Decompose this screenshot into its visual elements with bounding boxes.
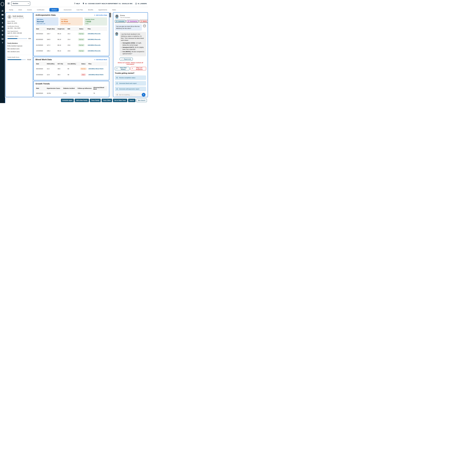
add-new-family-button[interactable]: Add a New Family bbox=[75, 99, 89, 102]
schedule-appts-button[interactable]: Schedule Appts bbox=[61, 99, 74, 102]
bmi-card-label: BMI Status bbox=[37, 19, 57, 20]
add-anthro-button[interactable]: + Add Anthro Data bbox=[94, 14, 107, 16]
analytics-icon[interactable] bbox=[1, 37, 4, 40]
summary-chart-icon bbox=[128, 21, 129, 22]
health-score-progress-bar bbox=[8, 59, 26, 60]
schedule-button[interactable]: Schedule bbox=[115, 20, 126, 23]
ai-disclaimer: Emma isn’t perfect. Always recheck all i… bbox=[115, 62, 146, 65]
add-blood-work-button[interactable]: + Add Blood Work bbox=[94, 59, 107, 60]
growth-table-header: DateHypertension Cases Diabetes Incident… bbox=[35, 86, 107, 91]
search-button[interactable]: Search bbox=[128, 99, 136, 102]
blood-file-link[interactable]: 100158912-Blood Work bbox=[88, 68, 103, 69]
paperclip-icon bbox=[116, 94, 118, 96]
blood-title: Blood Work Data bbox=[35, 58, 52, 61]
tab-notes[interactable]: Notes bbox=[112, 8, 116, 11]
cart-icon[interactable] bbox=[1, 17, 4, 20]
tab-care-plan[interactable]: Care Plan bbox=[76, 8, 83, 11]
plus-icon: + bbox=[94, 59, 95, 60]
chevron-down-icon: ▼ bbox=[28, 3, 29, 4]
menu-icon[interactable] bbox=[8, 3, 10, 4]
nutrition-card-sub: Good bbox=[85, 23, 106, 24]
clinic-location[interactable]: 02 - COCHISE COUNTY HEALTH DEPARTMENT / … bbox=[82, 3, 133, 4]
next-appointment-field: Next Appointment April 15, 2023, 9:00 AM bbox=[8, 30, 31, 34]
send-button[interactable] bbox=[142, 93, 145, 97]
records-file-link[interactable]: 100158912-Records bbox=[88, 44, 101, 46]
dob-label: Date of Birth bbox=[8, 21, 31, 22]
iron-status-card: Iron Status At Risk HGB below target bbox=[60, 17, 83, 26]
tools-icon[interactable] bbox=[1, 30, 4, 32]
generate-anthro-report-suggestion[interactable]: Generate anthropometric report bbox=[115, 87, 146, 91]
bmi-card-sub: Risk Level: Low bbox=[37, 23, 57, 24]
bmi-card-value: Normal bbox=[37, 20, 57, 23]
client-name: Scott Jacobson bbox=[13, 15, 24, 17]
suggestion-label: Generate blood work report bbox=[119, 83, 137, 84]
iron-card-value: At Risk bbox=[61, 20, 81, 23]
user-icon bbox=[135, 3, 137, 4]
question-icon: ? bbox=[74, 2, 75, 5]
completion-status-field: Completion Status 50% bbox=[8, 35, 31, 39]
tab-appointments[interactable]: Appointments bbox=[98, 8, 107, 11]
help-button[interactable]: ? HELP bbox=[74, 2, 80, 5]
generate-blood-report-suggestion[interactable]: Generate blood work report bbox=[115, 81, 146, 86]
add-anthro-label: Add Anthro Data bbox=[96, 14, 107, 16]
completion-status-label: Completion Status bbox=[8, 35, 31, 37]
section-dropdown-value: Section bbox=[13, 3, 18, 4]
rail-nav: $ ⚙ ? bbox=[0, 9, 5, 44]
tab-income[interactable]: Income bbox=[27, 8, 32, 11]
records-file-link[interactable]: 100158912-Records bbox=[88, 33, 101, 35]
next-appointment-value: April 15, 2023, 9:00 AM bbox=[8, 32, 31, 34]
anthro-table-header: DateWeight (lbs) Height (in)BMI StatusFi… bbox=[35, 27, 107, 31]
user-avatar bbox=[143, 24, 146, 27]
trans-family-button[interactable]: Trans Family bbox=[90, 99, 101, 102]
help-icon[interactable]: ? bbox=[1, 42, 4, 44]
family-member: Alex Jacobson (son) bbox=[8, 51, 31, 52]
assistant-response-intro: I see that Scott Jacobson’s Iron Deficie… bbox=[121, 33, 144, 41]
tab-client[interactable]: Client bbox=[18, 8, 22, 11]
location-pin-icon bbox=[82, 3, 84, 4]
tab-certification[interactable]: Certification bbox=[37, 8, 45, 11]
tab-benefits[interactable]: Benefits bbox=[88, 8, 94, 11]
iron-card-sub: HGB below target bbox=[61, 23, 81, 24]
gear-icon[interactable]: ⚙ bbox=[1, 34, 4, 36]
view-chat-history-button[interactable]: View Chat History bbox=[115, 67, 129, 70]
calendar-icon[interactable] bbox=[1, 14, 4, 16]
client-summary-panel: Scott Jacobson Family ID: 24031149 Date … bbox=[5, 12, 33, 97]
tab-medical[interactable]: Medical bbox=[49, 8, 59, 11]
next-appointment-label: Next Appointment bbox=[8, 30, 31, 32]
review-completion-suggestion[interactable]: Review completion status bbox=[115, 76, 146, 80]
dollar-icon[interactable]: $ bbox=[1, 22, 4, 24]
ai-assistant-panel: Emma Your AI Assistant Schedule Summariz… bbox=[113, 12, 148, 97]
tab-assessment[interactable]: Assessment bbox=[63, 8, 72, 11]
ask-me-anything-input[interactable] bbox=[119, 94, 141, 95]
topbar-right: ? HELP 02 - COCHISE COUNTY HEALTH DEPART… bbox=[74, 0, 147, 7]
anthro-title: Anthropometric Data bbox=[35, 14, 56, 16]
records-file-link[interactable]: 100158912-Records bbox=[88, 39, 101, 40]
out-of-state-trans-button[interactable]: Out of State Trans bbox=[113, 99, 127, 102]
lock-icon[interactable] bbox=[1, 26, 4, 28]
user-name-label: M. LANDERS bbox=[138, 3, 147, 4]
cert-period-value: Jan 2021 - Dec 2023 bbox=[8, 27, 31, 29]
nutrition-card-label: Nutrition Score bbox=[85, 19, 106, 20]
summarize-button[interactable]: Summarize bbox=[127, 20, 138, 23]
trouble-heading: Trouble getting started? bbox=[115, 72, 146, 74]
client-avatar bbox=[8, 15, 11, 19]
regenerate-button[interactable]: Regenerate bbox=[119, 57, 133, 61]
users-icon[interactable] bbox=[1, 9, 4, 12]
nutrition-score-card: Nutrition Score 7.5/10 Good bbox=[84, 17, 107, 26]
section-dropdown[interactable]: Section ▼ bbox=[11, 1, 30, 6]
suggestion-label: Generate anthropometric report bbox=[119, 88, 139, 90]
flag-last-response-button[interactable]: Flag Last Response bbox=[130, 67, 146, 70]
blood-file-link[interactable]: 100158912-Blood Work bbox=[88, 74, 103, 76]
alert-icon bbox=[141, 21, 142, 22]
records-file-link[interactable]: 100158912-Records bbox=[88, 50, 101, 52]
tab-family[interactable]: Family bbox=[9, 8, 13, 11]
alerts-button[interactable]: Alerts bbox=[139, 20, 148, 23]
status-badge: Normal bbox=[78, 33, 85, 35]
trans-client-button[interactable]: Trans Client bbox=[102, 99, 112, 102]
new-search-button[interactable]: New Search bbox=[136, 99, 147, 102]
user-menu[interactable]: M. LANDERS bbox=[135, 3, 147, 4]
divider bbox=[8, 41, 31, 41]
completion-progress-bar bbox=[8, 38, 27, 39]
arrow-up-icon bbox=[143, 94, 144, 96]
scrollbar-thumb[interactable] bbox=[109, 13, 111, 17]
